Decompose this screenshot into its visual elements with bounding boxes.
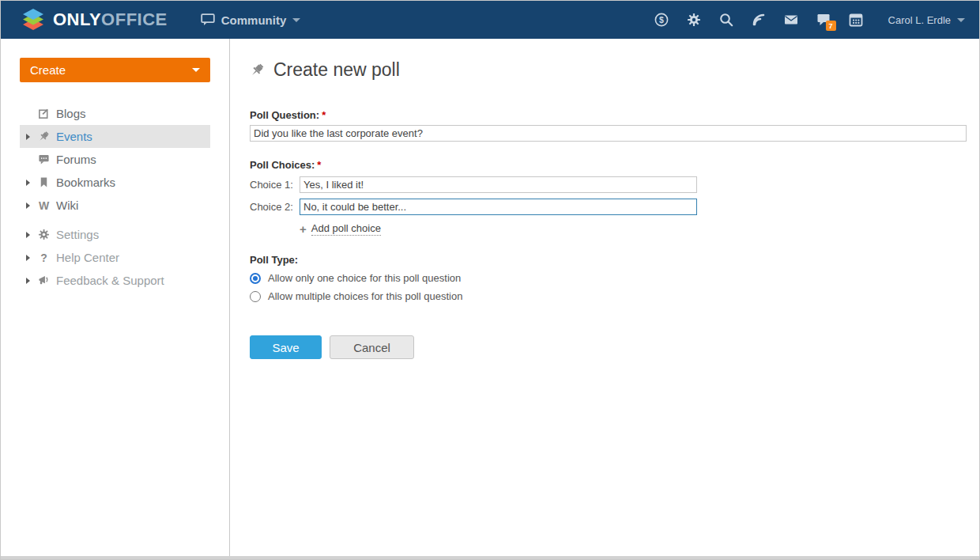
add-poll-choice-link[interactable]: + Add poll choice xyxy=(300,222,381,236)
mail-icon[interactable] xyxy=(784,13,798,27)
radio-unselected-icon[interactable] xyxy=(250,291,261,302)
create-button[interactable]: Create xyxy=(20,58,210,82)
svg-text:$: $ xyxy=(659,15,664,25)
feed-icon[interactable] xyxy=(752,13,766,27)
sidebar-item-settings[interactable]: Settings xyxy=(20,223,210,246)
menu-group-gap xyxy=(1,217,228,223)
poll-question-label: Poll Question:* xyxy=(250,109,965,121)
sidebar-menu: Blogs Events xyxy=(1,102,228,292)
expand-arrow-icon[interactable] xyxy=(26,180,36,186)
logo-text: ONLYOFFICE xyxy=(53,9,168,30)
search-icon[interactable] xyxy=(719,13,733,27)
sidebar-item-label: Blogs xyxy=(56,107,86,120)
help-icon: ? xyxy=(37,252,51,264)
choice-1-input[interactable] xyxy=(300,176,697,193)
radio-selected-icon[interactable] xyxy=(250,273,261,284)
choice-row: Choice 1: xyxy=(250,176,965,193)
radio-option-single[interactable]: Allow only one choice for this poll ques… xyxy=(250,272,965,284)
page-title: Create new poll xyxy=(250,59,965,81)
sidebar-item-label: Wiki xyxy=(56,199,78,212)
save-button[interactable]: Save xyxy=(250,335,322,359)
sidebar-item-label: Feedback & Support xyxy=(56,274,164,287)
expand-arrow-icon[interactable] xyxy=(26,134,36,140)
blogs-icon xyxy=(37,108,51,120)
sidebar-item-bookmarks[interactable]: Bookmarks xyxy=(20,171,210,194)
payments-icon[interactable]: $ xyxy=(654,13,669,27)
calendar-icon[interactable] xyxy=(849,13,863,27)
radio-option-label: Allow only one choice for this poll ques… xyxy=(268,272,461,284)
required-asterisk: * xyxy=(322,109,326,121)
bottom-border xyxy=(1,556,979,559)
radio-option-multiple[interactable]: Allow multiple choices for this poll que… xyxy=(250,290,965,302)
radio-option-label: Allow multiple choices for this poll que… xyxy=(268,290,462,302)
talk-icon[interactable]: 7 xyxy=(816,13,831,27)
sidebar-item-feedback[interactable]: Feedback & Support xyxy=(20,269,210,292)
choice-2-label: Choice 2: xyxy=(250,201,300,213)
onlyoffice-layers-icon xyxy=(20,7,47,32)
form-actions: Save Cancel xyxy=(250,335,965,359)
page-title-text: Create new poll xyxy=(273,59,400,81)
sidebar-item-events[interactable]: Events xyxy=(20,125,210,148)
create-button-label: Create xyxy=(30,63,66,77)
top-bar: ONLYOFFICE Community $ xyxy=(1,1,979,39)
chevron-down-icon xyxy=(292,18,300,22)
choice-1-label: Choice 1: xyxy=(250,179,300,191)
sidebar-item-label: Forums xyxy=(56,153,96,166)
wiki-icon: W xyxy=(37,199,51,212)
cancel-button[interactable]: Cancel xyxy=(330,335,414,359)
onlyoffice-logo[interactable]: ONLYOFFICE xyxy=(20,7,168,32)
user-menu[interactable]: Carol L. Erdle xyxy=(888,14,965,26)
logo-office: OFFICE xyxy=(101,9,168,29)
logo-only: ONLY xyxy=(53,9,101,29)
user-name: Carol L. Erdle xyxy=(888,14,951,26)
plus-icon: + xyxy=(300,223,307,235)
poll-choices-label: Poll Choices:* xyxy=(250,159,965,171)
sidebar-item-label: Settings xyxy=(56,228,99,241)
product-switcher[interactable]: Community xyxy=(201,13,301,27)
chevron-down-icon xyxy=(192,68,200,72)
settings-icon[interactable] xyxy=(687,13,701,27)
expand-arrow-icon[interactable] xyxy=(26,278,36,284)
sidebar-item-wiki[interactable]: W Wiki xyxy=(20,194,210,217)
product-label: Community xyxy=(221,13,287,27)
main-content: Create new poll Poll Question:* Poll Cho… xyxy=(230,39,979,556)
expand-arrow-icon[interactable] xyxy=(26,255,36,261)
feedback-megaphone-icon xyxy=(37,274,51,287)
sidebar-item-label: Events xyxy=(56,130,92,143)
forums-icon xyxy=(37,153,51,166)
bookmarks-icon xyxy=(37,176,51,189)
talk-unread-badge: 7 xyxy=(826,21,836,31)
sidebar-item-label: Help Center xyxy=(56,251,119,264)
expand-arrow-icon[interactable] xyxy=(26,232,36,238)
choice-row: Choice 2: xyxy=(250,199,965,215)
pin-icon xyxy=(250,62,265,78)
sidebar: Create Blogs xyxy=(1,39,230,556)
sidebar-item-blogs[interactable]: Blogs xyxy=(20,102,210,125)
chat-bubble-icon xyxy=(201,13,215,26)
app-window: ONLYOFFICE Community $ xyxy=(0,0,980,560)
required-asterisk: * xyxy=(317,159,321,171)
expand-arrow-icon[interactable] xyxy=(26,202,36,209)
choice-2-input[interactable] xyxy=(300,199,697,215)
sidebar-item-label: Bookmarks xyxy=(56,176,115,189)
poll-type-label: Poll Type: xyxy=(250,254,965,266)
chevron-down-icon xyxy=(957,18,965,22)
add-poll-choice-label: Add poll choice xyxy=(311,222,381,236)
poll-question-input[interactable] xyxy=(250,125,967,142)
sidebar-item-forums[interactable]: Forums xyxy=(20,148,210,171)
events-pin-icon xyxy=(37,131,51,143)
top-bar-actions: $ xyxy=(636,13,965,27)
settings-gear-icon xyxy=(37,229,51,241)
sidebar-item-help-center[interactable]: ? Help Center xyxy=(20,246,210,269)
